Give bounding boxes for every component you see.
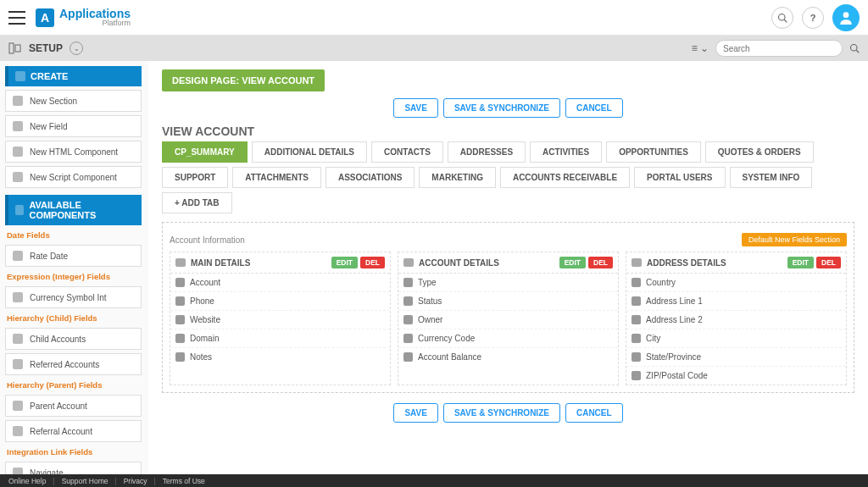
component-item[interactable]: Currency Symbol Int: [5, 286, 142, 308]
tab-activities[interactable]: ACTIVITIES: [530, 141, 602, 163]
field-icon: [632, 315, 641, 324]
field-icon: [175, 352, 185, 362]
create-item[interactable]: New Script Component: [5, 166, 142, 188]
menu-icon[interactable]: [8, 11, 25, 25]
brand-main: Applications: [59, 8, 131, 19]
field-row[interactable]: Currency Code: [398, 329, 618, 348]
create-item[interactable]: New HTML Component: [5, 141, 142, 163]
chevron-down-icon[interactable]: ⌄: [70, 42, 83, 55]
delete-button[interactable]: DEL: [588, 257, 613, 268]
delete-button[interactable]: DEL: [360, 257, 385, 268]
tab-portal-users[interactable]: PORTAL USERS: [634, 167, 725, 188]
footer-link[interactable]: Online Help: [8, 477, 46, 485]
tab-system-info[interactable]: SYSTEM INFO: [730, 167, 813, 188]
field-icon: [175, 296, 185, 306]
user-avatar[interactable]: [832, 4, 860, 31]
field-row[interactable]: City: [626, 329, 846, 348]
tab-accounts-receivable[interactable]: ACCOUNTS RECEIVABLE: [500, 167, 630, 188]
component-item[interactable]: Referred Accounts: [5, 353, 142, 375]
tab-additional-details[interactable]: ADDITIONAL DETAILS: [252, 141, 367, 163]
field-row[interactable]: Country: [626, 274, 846, 292]
footer-link[interactable]: Support Home: [62, 477, 108, 485]
save-button[interactable]: SAVE: [393, 98, 438, 118]
help-icon[interactable]: ?: [802, 7, 824, 29]
save-button-bottom[interactable]: SAVE: [393, 403, 438, 423]
svg-rect-3: [9, 43, 14, 53]
section-box: Account Information Default New Fields S…: [162, 222, 854, 393]
cancel-button[interactable]: CANCEL: [565, 98, 623, 118]
item-label: New Script Component: [30, 173, 117, 182]
field-row[interactable]: Domain: [170, 329, 390, 348]
field-icon: [403, 315, 413, 324]
field-row[interactable]: ZIP/Postal Code: [626, 367, 846, 385]
search-input[interactable]: [715, 40, 843, 57]
component-item[interactable]: Child Accounts: [5, 328, 142, 350]
setup-title: SETUP: [29, 42, 63, 54]
field-row[interactable]: Status: [398, 292, 618, 311]
field-icon: [175, 334, 185, 343]
view-title: VIEW ACCOUNT: [162, 125, 854, 138]
logo-mark-icon: A: [36, 8, 54, 27]
search-icon[interactable]: [771, 7, 793, 29]
field-row[interactable]: State/Province: [626, 348, 846, 367]
save-sync-button-bottom[interactable]: SAVE & SYNCHRONIZE: [443, 403, 560, 423]
component-item[interactable]: Rate Date: [5, 245, 142, 267]
tab-opportunities[interactable]: OPPORTUNITIES: [606, 141, 701, 163]
field-label: Country: [646, 278, 676, 287]
item-icon: [13, 468, 23, 474]
search-submit-icon[interactable]: [849, 43, 860, 53]
item-icon: [13, 292, 23, 302]
cancel-button-bottom[interactable]: CANCEL: [565, 403, 623, 423]
field-icon: [632, 334, 641, 343]
field-row[interactable]: Notes: [170, 348, 390, 366]
add-tab-button[interactable]: + ADD TAB: [162, 192, 232, 213]
tab-contacts[interactable]: CONTACTS: [371, 141, 443, 163]
column-title: ACCOUNT DETAILS: [419, 258, 499, 268]
field-row[interactable]: Website: [170, 311, 390, 329]
create-panel-header[interactable]: CREATE: [5, 66, 142, 86]
field-row[interactable]: Account Balance: [398, 348, 618, 366]
tab-quotes-orders[interactable]: QUOTES & ORDERS: [705, 141, 814, 163]
tab-cp-summary[interactable]: CP_SUMMARY: [162, 141, 248, 163]
column-title: MAIN DETAILS: [191, 258, 250, 268]
footer-link[interactable]: Privacy: [124, 477, 147, 485]
field-row[interactable]: Address Line 1: [626, 292, 846, 311]
footer-link[interactable]: Terms of Use: [163, 477, 205, 485]
field-icon: [403, 334, 413, 343]
field-icon: [403, 278, 413, 287]
drag-icon[interactable]: [403, 258, 414, 267]
component-item[interactable]: Referral Account: [5, 420, 142, 442]
tab-associations[interactable]: ASSOCIATIONS: [326, 167, 415, 188]
create-item[interactable]: New Field: [5, 115, 142, 137]
drag-icon[interactable]: [632, 258, 642, 267]
field-row[interactable]: Address Line 2: [626, 311, 846, 329]
tab-support[interactable]: SUPPORT: [162, 167, 228, 188]
field-row[interactable]: Type: [398, 274, 618, 292]
available-panel-header[interactable]: AVAILABLE COMPONENTS: [5, 195, 142, 225]
list-icon[interactable]: ≡ ⌄: [692, 42, 709, 54]
component-item[interactable]: Parent Account: [5, 395, 142, 417]
edit-button[interactable]: EDIT: [787, 257, 814, 268]
field-label: Domain: [190, 334, 219, 343]
drag-icon[interactable]: [175, 258, 186, 267]
svg-point-0: [779, 14, 786, 20]
tab-marketing[interactable]: MARKETING: [419, 167, 496, 188]
brand-logo: A Applications Platform: [36, 8, 131, 27]
field-row[interactable]: Owner: [398, 311, 618, 329]
tab-attachments[interactable]: ATTACHMENTS: [232, 167, 321, 188]
edit-button[interactable]: EDIT: [559, 257, 586, 268]
item-icon: [13, 334, 23, 344]
field-row[interactable]: Phone: [170, 292, 390, 311]
delete-button[interactable]: DEL: [816, 257, 841, 268]
field-icon: [403, 296, 413, 306]
default-section-badge: Default New Fields Section: [742, 233, 847, 246]
component-item[interactable]: Navigate: [5, 462, 142, 474]
field-icon: [632, 296, 641, 306]
edit-button[interactable]: EDIT: [331, 257, 358, 268]
svg-line-6: [856, 50, 859, 53]
field-row[interactable]: Account: [170, 274, 390, 292]
save-sync-button[interactable]: SAVE & SYNCHRONIZE: [443, 98, 560, 118]
tab-addresses[interactable]: ADDRESSES: [448, 141, 526, 163]
create-item[interactable]: New Section: [5, 90, 142, 112]
category-label: Date Fields: [5, 225, 142, 241]
